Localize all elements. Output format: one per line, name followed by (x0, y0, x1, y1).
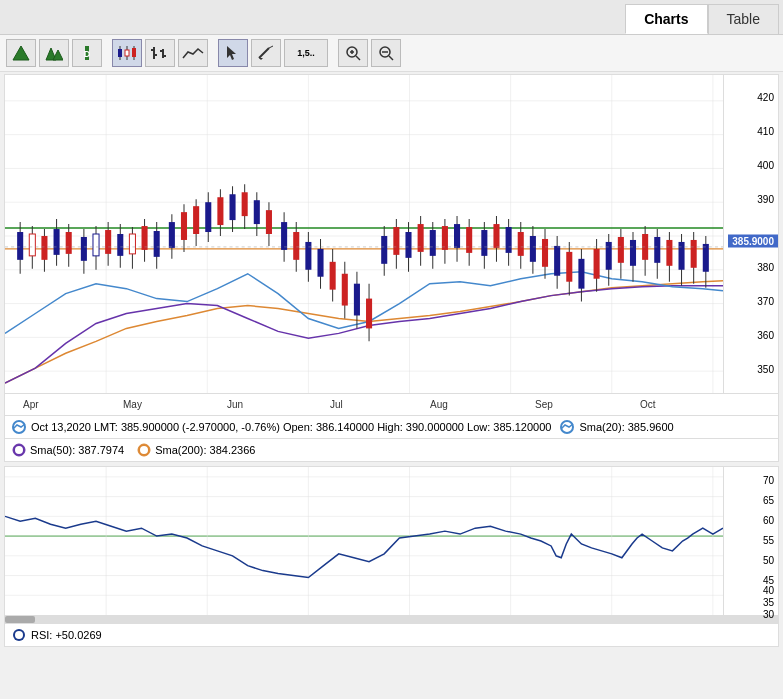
svg-rect-48 (29, 234, 35, 256)
svg-rect-64 (129, 234, 135, 254)
tab-charts[interactable]: Charts (625, 4, 707, 34)
svg-rect-76 (205, 202, 211, 232)
x-label-sep: Sep (535, 399, 553, 410)
main-chart-wrapper: 420 410 400 390 385.9000 380 370 360 350 (4, 74, 779, 394)
svg-rect-62 (117, 234, 123, 256)
svg-rect-10 (132, 48, 136, 57)
svg-rect-130 (542, 239, 548, 267)
svg-point-179 (15, 631, 23, 639)
svg-rect-114 (442, 226, 448, 250)
zoom-out-btn[interactable] (371, 39, 401, 67)
mountain-btn[interactable] (6, 39, 36, 67)
y-label-390: 390 (757, 194, 774, 205)
tab-table[interactable]: Table (708, 4, 779, 34)
rsi-y-70: 70 (763, 475, 774, 486)
svg-rect-134 (566, 252, 572, 282)
rsi-canvas[interactable] (5, 467, 723, 615)
rsi-y-55: 55 (763, 535, 774, 546)
rsi-legend-text: RSI: +50.0269 (31, 629, 102, 641)
svg-rect-136 (578, 259, 584, 289)
pointer-btn[interactable] (218, 39, 248, 67)
svg-rect-98 (342, 274, 348, 306)
svg-rect-154 (691, 240, 697, 268)
sma20-legend-icon (11, 419, 27, 435)
svg-rect-84 (254, 200, 260, 224)
x-label-jul: Jul (330, 399, 343, 410)
svg-rect-104 (381, 236, 387, 264)
svg-rect-96 (330, 262, 336, 290)
svg-marker-17 (227, 46, 236, 60)
draw-btn[interactable] (251, 39, 281, 67)
main-legend-text: Oct 13,2020 LMT: 385.900000 (-2.970000, … (31, 421, 551, 433)
svg-rect-126 (518, 232, 524, 256)
svg-rect-148 (654, 237, 660, 263)
x-label-may: May (123, 399, 142, 410)
svg-marker-0 (13, 46, 29, 60)
svg-rect-60 (105, 230, 111, 254)
main-chart-svg (5, 75, 723, 393)
svg-rect-58 (93, 234, 99, 256)
y-label-420: 420 (757, 92, 774, 103)
rsi-svg (5, 467, 723, 615)
rsi-legend: RSI: +50.0269 (4, 624, 779, 647)
app-container: Charts Table D (0, 0, 783, 647)
svg-rect-142 (618, 237, 624, 263)
svg-marker-2 (53, 50, 63, 60)
svg-rect-118 (466, 227, 472, 253)
svg-rect-112 (430, 230, 436, 256)
svg-rect-102 (366, 299, 372, 329)
x-axis: Apr May Jun Jul Aug Sep Oct (4, 394, 779, 416)
svg-rect-80 (230, 194, 236, 220)
rsi-y-30: 30 (763, 609, 774, 620)
hlc-btn[interactable] (145, 39, 175, 67)
svg-rect-94 (317, 249, 323, 277)
svg-rect-54 (66, 232, 72, 254)
svg-rect-110 (418, 224, 424, 252)
sma20-value: Sma(20): 385.9600 (579, 421, 673, 433)
svg-rect-122 (493, 224, 499, 248)
sma50-legend-item: Sma(50): 387.7974 (11, 442, 124, 458)
bar-btn[interactable]: D (72, 39, 102, 67)
svg-rect-128 (530, 236, 536, 262)
sma200-legend-item: Sma(200): 384.2366 (136, 442, 255, 458)
svg-rect-52 (54, 229, 60, 255)
svg-rect-74 (193, 206, 199, 234)
main-chart-canvas[interactable] (5, 75, 723, 393)
svg-rect-68 (154, 231, 160, 257)
svg-rect-88 (281, 222, 287, 250)
top-tabs: Charts Table (0, 0, 783, 35)
zoom-in-btn[interactable] (338, 39, 368, 67)
svg-rect-138 (594, 249, 600, 279)
svg-rect-50 (41, 236, 47, 260)
y-label-360: 360 (757, 330, 774, 341)
line-btn[interactable] (178, 39, 208, 67)
sma50-value: Sma(50): 387.7974 (30, 444, 124, 456)
svg-point-163 (140, 446, 148, 454)
y-label-410: 410 (757, 126, 774, 137)
svg-rect-116 (454, 224, 460, 248)
x-label-oct: Oct (640, 399, 656, 410)
svg-rect-106 (393, 227, 399, 255)
y-label-370: 370 (757, 296, 774, 307)
svg-rect-140 (606, 242, 612, 270)
svg-rect-46 (17, 232, 23, 260)
svg-rect-78 (217, 197, 223, 225)
svg-rect-90 (293, 232, 299, 260)
svg-line-18 (259, 48, 269, 58)
svg-rect-56 (81, 237, 87, 261)
params-btn[interactable]: 1,5.. (284, 39, 328, 67)
rsi-chart-wrapper: 70 65 60 55 50 45 40 35 30 (4, 466, 779, 616)
svg-rect-120 (481, 230, 487, 256)
price-badge: 385.9000 (728, 235, 778, 248)
candlestick-btn[interactable] (112, 39, 142, 67)
y-label-350: 350 (757, 364, 774, 375)
svg-line-21 (356, 56, 360, 60)
y-label-380: 380 (757, 262, 774, 273)
rsi-y-40: 40 (763, 585, 774, 596)
svg-rect-86 (266, 210, 272, 234)
svg-rect-92 (305, 242, 311, 270)
x-label-aug: Aug (430, 399, 448, 410)
mountain2-btn[interactable] (39, 39, 69, 67)
rsi-legend-icon (11, 627, 27, 643)
svg-line-25 (389, 56, 393, 60)
